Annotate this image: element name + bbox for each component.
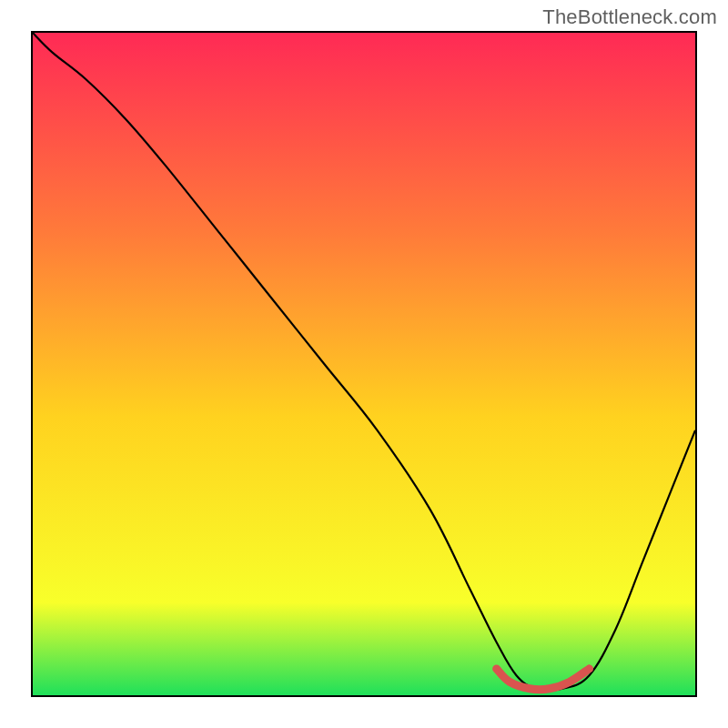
chart-container: TheBottleneck.com xyxy=(0,0,728,728)
plot-frame xyxy=(31,31,697,697)
gradient-background xyxy=(33,33,695,695)
watermark-text: TheBottleneck.com xyxy=(542,5,717,29)
chart-svg xyxy=(33,33,695,695)
plot-area xyxy=(33,33,695,695)
